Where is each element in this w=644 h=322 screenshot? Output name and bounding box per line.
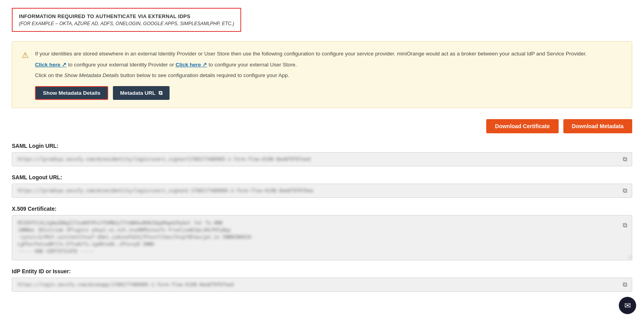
- x509-certificate-label: X.509 Certificate:: [12, 206, 632, 212]
- idp-entity-id-input[interactable]: [12, 278, 632, 291]
- x509-certificate-input[interactable]: MIIDVTCCAj2gAwIBAgIIfouWVF9Yu7YkMN2y7Ytm…: [12, 215, 632, 259]
- alert-banner: ⚠ If your identities are stored elsewher…: [12, 41, 632, 108]
- metadata-url-button[interactable]: Metadata URL ⧉: [113, 86, 170, 100]
- copy-x509-certificate-button[interactable]: ⧉: [621, 220, 629, 230]
- copy-saml-logout-url-button[interactable]: ⧉: [621, 186, 629, 196]
- alert-buttons: Show Metadata Details Metadata URL ⧉: [35, 86, 587, 100]
- alert-line2-with-links: Click here ↗ to configure your external …: [35, 61, 587, 69]
- copy-saml-login-url-button[interactable]: ⧉: [621, 154, 629, 164]
- idp-entity-id-label: IdP Entity ID or Issuer:: [12, 268, 632, 274]
- saml-login-url-input[interactable]: [12, 153, 632, 166]
- idp-entity-id-wrapper: ⧉: [12, 278, 632, 292]
- info-box-subtitle: (FOR EXAMPLE – OKTA, AZURE AD, ADFS, ONE…: [19, 21, 234, 26]
- saml-logout-url-section: SAML Logout URL: ⧉: [12, 174, 632, 198]
- alert-link1-after: to configure your external Identity Prov…: [68, 62, 175, 68]
- saml-login-url-wrapper: ⧉: [12, 152, 632, 166]
- saml-logout-url-label: SAML Logout URL:: [12, 174, 632, 180]
- info-box-title: INFORMATION REQUIRED TO AUTHENTICATE VIA…: [19, 13, 234, 19]
- alert-link2-after: to configure your external User Store.: [209, 62, 297, 68]
- saml-login-url-section: SAML Login URL: ⧉: [12, 143, 632, 166]
- copy-icon-metadata: ⧉: [159, 90, 162, 96]
- idp-entity-id-section: IdP Entity ID or Issuer: ⧉: [12, 268, 632, 292]
- saml-logout-url-wrapper: ⧉: [12, 184, 632, 198]
- copy-idp-entity-id-button[interactable]: ⧉: [621, 280, 629, 290]
- info-required-box: INFORMATION REQUIRED TO AUTHENTICATE VIA…: [12, 8, 241, 32]
- click-here-link-1[interactable]: Click here ↗: [35, 62, 66, 68]
- metadata-url-label: Metadata URL: [120, 90, 155, 96]
- chat-button[interactable]: ✉: [619, 297, 636, 307]
- alert-line1: If your identities are stored elsewhere …: [35, 50, 587, 58]
- download-metadata-button[interactable]: Download Metadata: [563, 119, 632, 133]
- saml-logout-url-input[interactable]: [12, 184, 632, 197]
- saml-login-url-label: SAML Login URL:: [12, 143, 632, 149]
- alert-line3: Click on the Show Metadata Details butto…: [35, 71, 587, 80]
- click-here-link-2[interactable]: Click here ↗: [175, 62, 207, 68]
- download-certificate-button[interactable]: Download Certificate: [486, 119, 558, 133]
- show-metadata-details-button[interactable]: Show Metadata Details: [35, 86, 108, 100]
- alert-content: If your identities are stored elsewhere …: [35, 50, 587, 100]
- action-row: Download Certificate Download Metadata: [12, 119, 632, 133]
- x509-certificate-section: X.509 Certificate: MIIDVTCCAj2gAwIBAgIIf…: [12, 206, 632, 260]
- x509-certificate-wrapper: MIIDVTCCAj2gAwIBAgIIfouWVF9Yu7YkMN2y7Ytm…: [12, 215, 632, 260]
- warning-icon: ⚠: [22, 50, 29, 100]
